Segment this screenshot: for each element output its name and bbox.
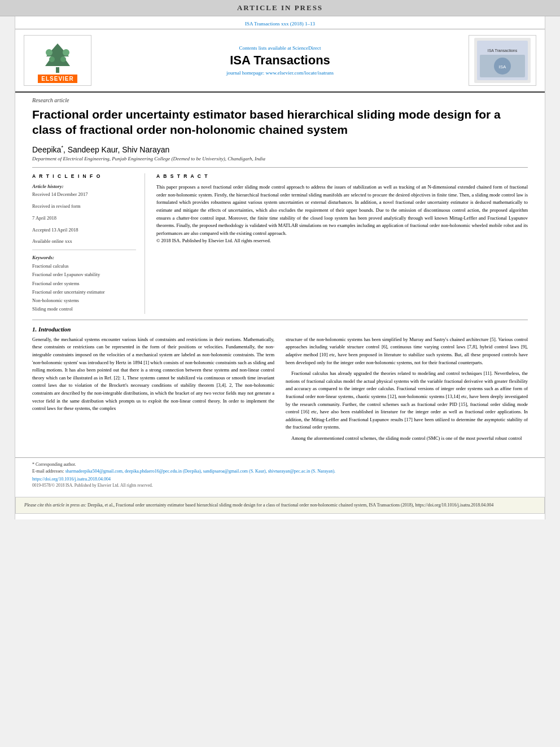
intro-para-right-2: Fractional calculus has already upgraded… xyxy=(286,370,528,431)
sciencedirect-link[interactable]: ScienceDirect xyxy=(292,45,321,51)
article-type: Research article xyxy=(15,93,545,104)
journal-center: Contents lists available at ScienceDirec… xyxy=(97,45,463,76)
abstract-heading: A B S T R A C T xyxy=(156,173,528,179)
paper-container: ISA Transactions xxx (2018) 1–13 xyxy=(15,16,545,519)
intro-para-right-1: structure of the non-holonomic systems h… xyxy=(286,336,528,366)
journal-logo-right: ISA Transactions ISA xyxy=(463,35,536,86)
elsevier-brand-text: ELSEVIER xyxy=(38,75,77,83)
abstract-column: A B S T R A C T This paper proposes a no… xyxy=(156,173,528,314)
corresponding-author-note: * Corresponding author. xyxy=(32,461,528,468)
info-abstract-section: A R T I C L E I N F O Article history: R… xyxy=(15,168,545,320)
intro-para-right-3: Among the aforementioned control schemes… xyxy=(286,435,528,443)
copyright-notice: © 2018 ISA. Published by Elsevier Ltd. A… xyxy=(156,237,528,245)
journal-cover-image: ISA Transactions ISA xyxy=(469,35,536,86)
doi-footer[interactable]: https://doi.org/10.1016/j.isatra.2018.04… xyxy=(32,477,528,482)
online-date: Available online xxx xyxy=(32,238,136,245)
keyword-2: Fractional order Lyapunov stability xyxy=(32,270,136,279)
footnote-area: * Corresponding author. E-mail addresses… xyxy=(15,457,545,491)
intro-left-col: Generally, the mechanical systems encoun… xyxy=(32,336,274,446)
cite-label: Please cite this article in press as: xyxy=(24,503,86,508)
journal-header: ELSEVIER Contents lists available at Sci… xyxy=(15,29,545,93)
keyword-5: Non-holonomic systems xyxy=(32,296,136,305)
keyword-4: Fractional order uncertainty estimator xyxy=(32,288,136,296)
keywords-list: Fractional calculus Fractional order Lya… xyxy=(32,262,136,314)
revised-date: 7 April 2018 xyxy=(32,215,136,222)
svg-rect-0 xyxy=(56,67,59,73)
accepted-date: Accepted 13 April 2018 xyxy=(32,226,136,234)
svg-point-2 xyxy=(46,49,53,56)
contents-availability: Contents lists available at ScienceDirec… xyxy=(97,45,463,51)
cite-text: Deepika, et al., Fractional order uncert… xyxy=(88,503,493,508)
affiliation: Department of Electrical Engineering, Pu… xyxy=(15,155,545,167)
intro-para-1: Generally, the mechanical systems encoun… xyxy=(32,336,274,413)
abstract-body: This paper proposes a novel fractional o… xyxy=(156,184,528,237)
revised-label: Received in revised form xyxy=(32,203,136,210)
intro-two-col: Generally, the mechanical systems encoun… xyxy=(32,336,528,446)
author-deepika: Deepika xyxy=(32,145,61,154)
keywords-subheading: Keywords: xyxy=(32,255,136,260)
intro-section-title: 1. Introduction xyxy=(32,326,528,333)
body-content: 1. Introduction Generally, the mechanica… xyxy=(15,320,545,452)
email-note: E-mail addresses: sharmadeepika504@gmail… xyxy=(32,468,528,475)
keyword-1: Fractional calculus xyxy=(32,262,136,270)
journal-homepage-link[interactable]: www.elsevier.com/locate/isatrans xyxy=(266,70,334,76)
issn-copyright: 0019-0578/© 2018 ISA. Published by Elsev… xyxy=(32,483,528,488)
article-info-heading: A R T I C L E I N F O xyxy=(32,173,136,179)
info-divider xyxy=(32,250,136,250)
elsevier-logo-left: ELSEVIER xyxy=(24,35,97,86)
svg-point-5 xyxy=(60,56,66,62)
keyword-3: Fractional order systems xyxy=(32,279,136,288)
doi-line: ISA Transactions xxx (2018) 1–13 xyxy=(15,16,545,29)
svg-point-4 xyxy=(49,56,55,62)
citation-bar: Please cite this article in press as: De… xyxy=(15,497,545,514)
article-in-press-banner: ARTICLE IN PRESS xyxy=(0,0,560,16)
article-info-column: A R T I C L E I N F O Article history: R… xyxy=(32,173,145,314)
svg-text:ISA: ISA xyxy=(499,64,507,69)
history-subheading: Article history: xyxy=(32,184,136,189)
author-others: , Sandeep Kaur, Shiv Narayan xyxy=(63,145,169,154)
authors-line: Deepika*, Sandeep Kaur, Shiv Narayan xyxy=(15,142,545,155)
elsevier-tree-icon xyxy=(41,42,75,73)
svg-point-3 xyxy=(63,49,69,56)
journal-title: ISA Transactions xyxy=(97,53,463,68)
svg-text:ISA Transactions: ISA Transactions xyxy=(488,49,518,53)
journal-homepage: journal homepage: www.elsevier.com/locat… xyxy=(97,70,463,76)
intro-right-col: structure of the non-holonomic systems h… xyxy=(286,336,528,446)
received-date: Received 14 December 2017 xyxy=(32,191,136,198)
keyword-6: Sliding mode control xyxy=(32,305,136,313)
article-title: Fractional order uncertainty estimator b… xyxy=(15,104,545,142)
email-addresses[interactable]: sharmadeepika504@gmail.com, deepika.phda… xyxy=(65,469,335,474)
